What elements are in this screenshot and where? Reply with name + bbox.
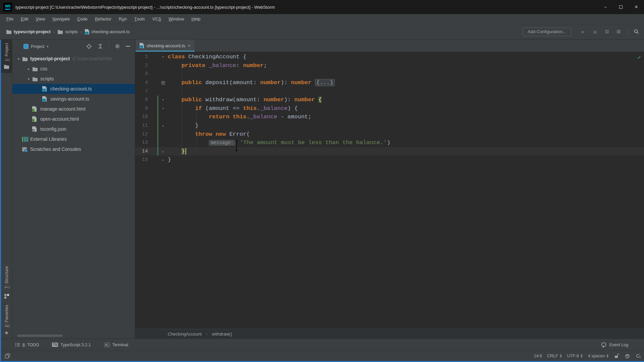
- menu-item-help[interactable]: Help: [188, 14, 204, 24]
- line-ending-widget[interactable]: CRLF: [547, 354, 562, 358]
- event-log-label: Event Log: [609, 343, 628, 347]
- menu-item-file[interactable]: File: [3, 14, 17, 24]
- breadcrumb-method[interactable]: withdraw(): [212, 331, 232, 337]
- todo-button[interactable]: 6: TODO: [15, 343, 39, 347]
- chevron-down-icon[interactable]: ▾: [47, 45, 48, 48]
- chevron-down-icon[interactable]: ▾: [25, 77, 32, 81]
- code-line-2[interactable]: 2 private _balance: number;: [135, 61, 644, 70]
- code-line-13[interactable]: 13 message: 'The amount must be less tha…: [135, 138, 644, 147]
- vcs-added-stripe: [157, 121, 158, 130]
- tree-item-external-libraries[interactable]: External Libraries: [12, 134, 135, 144]
- tree-item-open-account-html[interactable]: Hopen-account.html: [12, 114, 135, 124]
- collapse-all-button[interactable]: [98, 44, 103, 49]
- toolwindow-button-2-favorites[interactable]: 2: Favorites★: [1, 301, 12, 339]
- breadcrumb-class[interactable]: CheckingAccount: [168, 331, 202, 337]
- tree-item-savings-account-ts[interactable]: TSsavings-account.ts: [12, 94, 135, 104]
- debug-button[interactable]: [592, 29, 598, 35]
- chevron-down-icon[interactable]: ▾: [15, 57, 22, 61]
- stop-button[interactable]: [615, 30, 622, 34]
- settings-button[interactable]: [115, 44, 120, 49]
- menu-item-edit[interactable]: Edit: [17, 14, 32, 24]
- fold-marker-close-icon[interactable]: ▴: [160, 149, 166, 154]
- typescript-widget[interactable]: TS TypeScript 3.2.1: [52, 343, 91, 347]
- search-everywhere-button[interactable]: [633, 29, 639, 35]
- tree-item-typescript-project[interactable]: ▾typescript-projectC:\Users\rache\We: [12, 54, 135, 64]
- code-line-14[interactable]: 14▴ }: [135, 147, 644, 156]
- code-line-12[interactable]: 12 throw new Error(: [135, 130, 644, 138]
- code-token: .: [257, 105, 260, 112]
- event-log-button[interactable]: Event Log: [601, 342, 628, 348]
- minimize-button[interactable]: −: [598, 0, 613, 14]
- tree-item-manage-account-html[interactable]: Hmanage-account.html: [12, 104, 135, 114]
- code-line-7[interactable]: 7: [135, 87, 644, 96]
- chevron-right-icon[interactable]: ▸: [25, 67, 32, 71]
- indent-widget[interactable]: 4 spaces: [588, 354, 609, 358]
- update-widget[interactable]: ?: [635, 353, 641, 359]
- breadcrumb-checking-account-ts[interactable]: TSchecking-account.ts: [85, 29, 130, 35]
- toolwindow-toggle-icon[interactable]: [5, 353, 10, 359]
- caret-position-widget[interactable]: 14:6: [534, 354, 542, 358]
- breadcrumb-scripts[interactable]: scripts: [57, 29, 78, 34]
- horizontal-scrollbar-thumb[interactable]: [17, 335, 63, 337]
- code-token: number: [291, 79, 311, 86]
- line-number: 10: [135, 114, 154, 120]
- tree-item-label: css: [40, 66, 47, 71]
- fold-marker-close-icon[interactable]: ▴: [160, 123, 166, 128]
- vcs-added-stripe: [157, 96, 158, 104]
- menu-item-refactor[interactable]: Refactor: [91, 14, 115, 24]
- add-configuration-button[interactable]: Add Configuration...: [523, 27, 571, 36]
- user-widget[interactable]: [625, 353, 630, 359]
- inspection-status-icon[interactable]: ✓: [637, 54, 641, 61]
- tree-item-checking-account-ts[interactable]: TSchecking-account.ts: [12, 84, 135, 94]
- code-token: - amount;: [277, 114, 311, 120]
- close-button[interactable]: ×: [629, 0, 644, 14]
- status-widgets: 14:6 CRLF UTF-8 4 spaces ?: [534, 353, 641, 359]
- menu-item-vcs[interactable]: VCS: [149, 14, 165, 24]
- tree-item-scripts[interactable]: ▾scripts: [12, 74, 135, 84]
- fold-marker-close-icon[interactable]: ▴: [160, 158, 166, 162]
- run-button[interactable]: ▶: [580, 29, 586, 34]
- line-number: 9: [135, 106, 154, 111]
- code-line-3[interactable]: 3: [135, 70, 644, 78]
- menu-item-window[interactable]: Window: [165, 14, 188, 24]
- hide-panel-button[interactable]: [126, 46, 130, 47]
- tree-item-tsconfig-json[interactable]: tsconfig.json: [12, 124, 135, 134]
- tree-item-scratches-and-consoles[interactable]: Scratches and Consoles: [12, 144, 135, 154]
- coverage-button[interactable]: [604, 29, 610, 34]
- terminal-button[interactable]: >_ Terminal: [104, 343, 128, 347]
- menu-item-navigate[interactable]: Navigate: [49, 14, 73, 24]
- star-icon: ★: [4, 330, 9, 336]
- tree-item-css[interactable]: ▸css: [12, 64, 135, 74]
- breadcrumb-typescript-project[interactable]: typescript-project: [6, 29, 51, 34]
- code-line-4[interactable]: 4+ public deposit(amount: number): numbe…: [135, 78, 644, 87]
- fold-marker-open-icon[interactable]: ▾: [160, 106, 166, 111]
- fold-marker-open-icon[interactable]: ▾: [160, 98, 166, 102]
- readonly-toggle[interactable]: [614, 353, 620, 359]
- folder-icon: [6, 29, 12, 34]
- menu-item-tools[interactable]: Tools: [130, 14, 149, 24]
- code-line-15[interactable]: 15▴}: [135, 156, 644, 164]
- code-line-8[interactable]: 8▾ public withdraw(amount: number): numb…: [135, 96, 644, 104]
- line-ending-label: CRLF: [547, 354, 558, 358]
- project-view-selector[interactable]: Project: [31, 44, 44, 49]
- code-editor[interactable]: 1▾class CheckingAccount {2 private _bala…: [135, 52, 644, 329]
- fold-marker-open-icon[interactable]: ▾: [160, 55, 166, 59]
- tab-close-icon[interactable]: ×: [188, 43, 191, 48]
- code-line-10[interactable]: 10 return this._balance - amount;: [135, 113, 644, 121]
- locate-button[interactable]: [86, 44, 92, 49]
- code-line-11[interactable]: 11▴ }: [135, 121, 644, 130]
- main-area: 1: Project 7: Structure2: Favorites★ Pro…: [1, 40, 644, 339]
- line-number: 8: [135, 97, 154, 103]
- menu-item-view[interactable]: View: [32, 14, 49, 24]
- fold-marker-plus-icon[interactable]: +: [160, 81, 166, 85]
- encoding-widget[interactable]: UTF-8: [567, 354, 583, 358]
- menu-item-code[interactable]: Code: [73, 14, 91, 24]
- toolwindow-button-label: 7: Structure: [4, 266, 9, 289]
- toolwindow-button-7-structure[interactable]: 7: Structure: [1, 263, 12, 301]
- code-line-9[interactable]: 9▾ if (amount <= this._balance) {: [135, 104, 644, 113]
- toolwindow-button-1-project[interactable]: 1: Project: [1, 40, 12, 73]
- menu-item-run[interactable]: Run: [115, 14, 130, 24]
- code-line-1[interactable]: 1▾class CheckingAccount {: [135, 53, 644, 61]
- tab-checking-account[interactable]: TS checking-account.ts ×: [136, 40, 195, 52]
- maximize-button[interactable]: [613, 0, 629, 14]
